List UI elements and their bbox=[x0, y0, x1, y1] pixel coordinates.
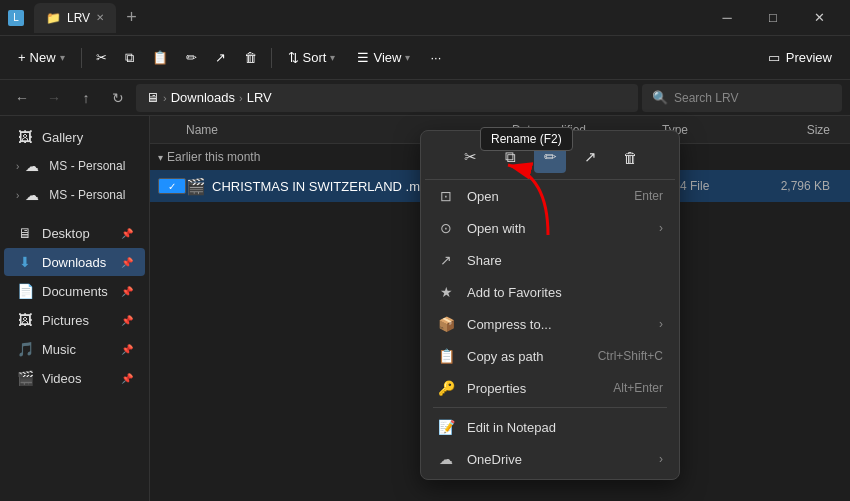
more-button[interactable]: ··· bbox=[422, 42, 449, 74]
copy-path-icon: 📋 bbox=[437, 347, 455, 365]
sort-label: Sort bbox=[303, 50, 327, 65]
search-box[interactable]: 🔍 Search LRV bbox=[642, 84, 842, 112]
expand-icon-2: › bbox=[16, 190, 19, 201]
minimize-button[interactable]: ─ bbox=[704, 0, 750, 36]
expand-icon: › bbox=[16, 161, 19, 172]
ctx-favorites-label: Add to Favorites bbox=[467, 285, 663, 300]
new-tab-button[interactable]: + bbox=[120, 7, 143, 28]
col-size: Size bbox=[762, 123, 842, 137]
ctx-notepad-label: Edit in Notepad bbox=[467, 420, 663, 435]
address-path[interactable]: 🖥 › Downloads › LRV bbox=[136, 84, 638, 112]
sidebar-item-downloads[interactable]: ⬇ Downloads 📌 bbox=[4, 248, 145, 276]
ctx-edit-notepad[interactable]: 📝 Edit in Notepad bbox=[425, 411, 675, 443]
sort-chevron: ▾ bbox=[330, 52, 335, 63]
ctx-delete-button[interactable]: 🗑 bbox=[614, 141, 646, 173]
sidebar-label-ms1: MS - Personal bbox=[49, 159, 125, 173]
sidebar-item-gallery[interactable]: 🖼 Gallery bbox=[4, 123, 145, 151]
forward-button[interactable]: → bbox=[40, 84, 68, 112]
gallery-icon: 🖼 bbox=[16, 128, 34, 146]
cut-button[interactable]: ✂ bbox=[88, 42, 115, 74]
more-icon: ··· bbox=[430, 50, 441, 65]
pin-icon-music: 📌 bbox=[121, 344, 133, 355]
sidebar-label-documents: Documents bbox=[42, 284, 108, 299]
sidebar-item-ms1[interactable]: › ☁ MS - Personal bbox=[4, 152, 145, 180]
new-icon: + bbox=[18, 50, 26, 65]
rename-icon: ✏ bbox=[186, 50, 197, 65]
toolbar: + New ▾ ✂ ⧉ 📋 ✏ ↗ 🗑 ⇅ Sort ▾ ☰ View ▾ ··… bbox=[0, 36, 850, 80]
delete-button[interactable]: 🗑 bbox=[236, 42, 265, 74]
up-button[interactable]: ↑ bbox=[72, 84, 100, 112]
sidebar-label-music: Music bbox=[42, 342, 76, 357]
ctx-open[interactable]: ⊡ Open Enter bbox=[425, 180, 675, 212]
rename-button[interactable]: ✏ bbox=[178, 42, 205, 74]
ctx-onedrive[interactable]: ☁ OneDrive › bbox=[425, 443, 675, 475]
path-part-lrv[interactable]: LRV bbox=[247, 90, 272, 105]
location-icon: 🖥 bbox=[146, 90, 159, 105]
tab-close-button[interactable]: ✕ bbox=[96, 12, 104, 23]
group-label-text: Earlier this month bbox=[167, 150, 260, 164]
sidebar-label-videos: Videos bbox=[42, 371, 82, 386]
sidebar-label-downloads: Downloads bbox=[42, 255, 106, 270]
ctx-open-with[interactable]: ⊙ Open with › bbox=[425, 212, 675, 244]
ms-icon-2: ☁ bbox=[23, 186, 41, 204]
pin-icon-pictures: 📌 bbox=[121, 315, 133, 326]
sidebar-item-music[interactable]: 🎵 Music 📌 bbox=[4, 335, 145, 363]
preview-button[interactable]: ▭ Preview bbox=[758, 46, 842, 69]
sort-button[interactable]: ⇅ Sort ▾ bbox=[278, 42, 346, 74]
view-button[interactable]: ☰ View ▾ bbox=[347, 42, 420, 74]
ctx-copy-path[interactable]: 📋 Copy as path Ctrl+Shift+C bbox=[425, 340, 675, 372]
sidebar-item-videos[interactable]: 🎬 Videos 📌 bbox=[4, 364, 145, 392]
tab-label: LRV bbox=[67, 11, 90, 25]
ms-icon-1: ☁ bbox=[23, 157, 41, 175]
view-chevron: ▾ bbox=[405, 52, 410, 63]
ctx-open-with-label: Open with bbox=[467, 221, 647, 236]
cut-icon: ✂ bbox=[96, 50, 107, 65]
sidebar-item-pictures[interactable]: 🖼 Pictures 📌 bbox=[4, 306, 145, 334]
file-checkbox[interactable]: ✓ bbox=[158, 178, 186, 194]
share-button[interactable]: ↗ bbox=[207, 42, 234, 74]
file-size: 2,796 KB bbox=[762, 179, 842, 193]
delete-icon: 🗑 bbox=[244, 50, 257, 65]
ctx-compress-arrow: › bbox=[659, 317, 663, 331]
new-button[interactable]: + New ▾ bbox=[8, 42, 75, 74]
notepad-icon: 📝 bbox=[437, 418, 455, 436]
search-placeholder: Search LRV bbox=[674, 91, 738, 105]
file-type-icon: 🎬 bbox=[186, 176, 206, 196]
copy-button[interactable]: ⧉ bbox=[117, 42, 142, 74]
new-label: New bbox=[30, 50, 56, 65]
maximize-button[interactable]: □ bbox=[750, 0, 796, 36]
separator-1 bbox=[81, 48, 82, 68]
ctx-open-label: Open bbox=[467, 189, 622, 204]
sidebar-item-documents[interactable]: 📄 Documents 📌 bbox=[4, 277, 145, 305]
sidebar-item-ms2[interactable]: › ☁ MS - Personal bbox=[4, 181, 145, 209]
tab-lrv[interactable]: 📁 LRV ✕ bbox=[34, 3, 116, 33]
pin-icon-documents: 📌 bbox=[121, 286, 133, 297]
ctx-properties-label: Properties bbox=[467, 381, 601, 396]
ctx-share[interactable]: ↗ Share bbox=[425, 244, 675, 276]
ctx-share-label: Share bbox=[467, 253, 663, 268]
desktop-icon: 🖥 bbox=[16, 224, 34, 242]
music-icon: 🎵 bbox=[16, 340, 34, 358]
close-button[interactable]: ✕ bbox=[796, 0, 842, 36]
window-controls: ─ □ ✕ bbox=[704, 0, 842, 36]
path-part-downloads[interactable]: Downloads bbox=[171, 90, 235, 105]
preview-icon: ▭ bbox=[768, 50, 780, 65]
ctx-properties[interactable]: 🔑 Properties Alt+Enter bbox=[425, 372, 675, 404]
favorites-icon: ★ bbox=[437, 283, 455, 301]
sidebar-label-ms2: MS - Personal bbox=[49, 188, 125, 202]
open-icon: ⊡ bbox=[437, 187, 455, 205]
refresh-button[interactable]: ↻ bbox=[104, 84, 132, 112]
ctx-share-button[interactable]: ↗ bbox=[574, 141, 606, 173]
new-chevron: ▾ bbox=[60, 52, 65, 63]
separator-2 bbox=[271, 48, 272, 68]
ctx-compress[interactable]: 📦 Compress to... › bbox=[425, 308, 675, 340]
sort-icon: ⇅ bbox=[288, 50, 299, 65]
ctx-add-favorites[interactable]: ★ Add to Favorites bbox=[425, 276, 675, 308]
back-button[interactable]: ← bbox=[8, 84, 36, 112]
rename-tooltip: Rename (F2) bbox=[480, 127, 573, 151]
view-icon: ☰ bbox=[357, 50, 369, 65]
paste-button[interactable]: 📋 bbox=[144, 42, 176, 74]
ctx-compress-label: Compress to... bbox=[467, 317, 647, 332]
sidebar-item-desktop[interactable]: 🖥 Desktop 📌 bbox=[4, 219, 145, 247]
ctx-onedrive-arrow: › bbox=[659, 452, 663, 466]
